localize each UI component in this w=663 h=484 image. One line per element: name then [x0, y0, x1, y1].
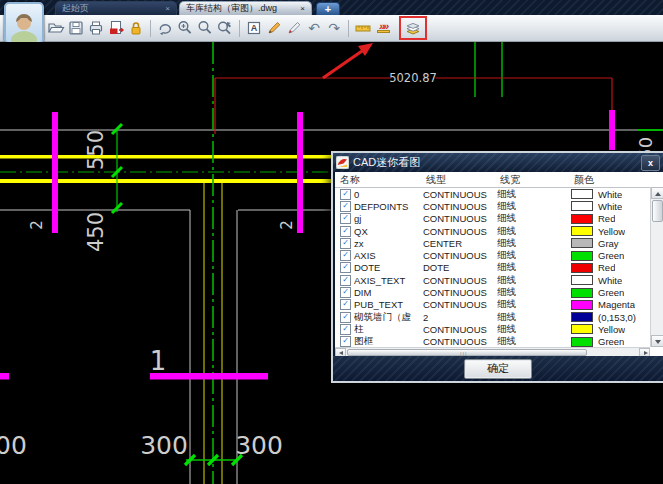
layer-name: gj	[354, 213, 423, 224]
layer-lineweight: 细线	[497, 261, 571, 274]
zoom-extents-icon	[216, 19, 234, 37]
layer-row[interactable]: ✓ AXIS CONTINUOUS 细线 Green	[335, 249, 663, 261]
layer-color-swatch	[571, 214, 593, 224]
layer-visibility-checkbox[interactable]: ✓	[340, 299, 351, 310]
lock-icon	[127, 19, 145, 37]
dialog-titlebar[interactable]: CAD迷你看图 x	[333, 153, 663, 172]
layer-row[interactable]: ✓ QX CONTINUOUS 细线 Yellow	[335, 225, 663, 237]
layer-color-swatch	[571, 189, 593, 199]
highlight-box	[399, 16, 427, 40]
column-header-linetype[interactable]: 线型	[426, 173, 500, 187]
column-header-lineweight[interactable]: 线宽	[500, 173, 574, 187]
layer-visibility-checkbox[interactable]: ✓	[340, 213, 351, 224]
layer-visibility-checkbox[interactable]: ✓	[340, 238, 351, 249]
save-button[interactable]	[66, 17, 86, 39]
layer-row[interactable]: ✓ DIM CONTINUOUS 细线 Green	[335, 286, 663, 298]
toolbar-separator	[348, 20, 349, 37]
layer-color-swatch	[571, 201, 593, 211]
layer-visibility-checkbox[interactable]: ✓	[340, 189, 351, 200]
layer-row[interactable]: ✓ gj CONTINUOUS 细线 Red	[335, 213, 663, 225]
layer-name: AXIS	[354, 250, 423, 261]
layer-visibility-checkbox[interactable]: ✓	[340, 262, 351, 273]
undo-icon: ↶	[308, 21, 320, 35]
undo-button[interactable]: ↶	[304, 17, 324, 39]
rotate-view-button[interactable]	[155, 17, 175, 39]
layers-button[interactable]	[403, 17, 423, 39]
layer-row[interactable]: ✓ DOTE DOTE 细线 Red	[335, 262, 663, 274]
layer-visibility-checkbox[interactable]: ✓	[340, 250, 351, 261]
layer-color-swatch	[571, 337, 593, 347]
layer-linetype: CONTINUOUS	[423, 299, 497, 310]
dim-label-partial: 00	[0, 431, 27, 460]
zoom-in-button[interactable]	[175, 17, 195, 39]
user-avatar[interactable]	[4, 2, 44, 44]
layer-row[interactable]: ✓ zx CENTER 细线 Gray	[335, 237, 663, 249]
measure-button[interactable]	[353, 17, 373, 39]
dim-label-450: 450	[84, 212, 108, 252]
layer-lineweight: 细线	[497, 249, 571, 262]
layer-visibility-checkbox[interactable]: ✓	[340, 275, 351, 286]
vertical-scrollbar[interactable]	[650, 187, 663, 347]
zoom-extents-button[interactable]	[215, 17, 235, 39]
column-header-color[interactable]: 颜色	[574, 173, 663, 187]
layer-visibility-checkbox[interactable]: ✓	[340, 324, 351, 335]
layer-name: 柱	[354, 323, 423, 336]
export-pdf-button[interactable]	[106, 17, 126, 39]
layer-name: DEFPOINTS	[354, 201, 423, 212]
layer-visibility-checkbox[interactable]: ✓	[340, 287, 351, 298]
horizontal-scrollbar[interactable]: |||	[335, 347, 650, 356]
layer-row[interactable]: ✓ 柱 CONTINUOUS 细线 Yellow	[335, 323, 663, 335]
layer-name: DIM	[354, 287, 423, 298]
layer-visibility-checkbox[interactable]: ✓	[340, 226, 351, 237]
layer-color-label: (0,153,0)	[598, 312, 636, 323]
layers-icon	[404, 19, 422, 37]
open-button[interactable]	[46, 17, 66, 39]
layer-linetype: CONTINUOUS	[423, 250, 497, 261]
tab-close-icon[interactable]: ×	[165, 5, 170, 13]
layer-row[interactable]: ✓ 0 CONTINUOUS 细线 White	[335, 188, 663, 200]
layer-lineweight: 细线	[497, 225, 571, 238]
layer-color-swatch	[571, 263, 593, 273]
layer-row[interactable]: ✓ 图框 CONTINUOUS 细线 Green	[335, 336, 663, 348]
layer-row[interactable]: ✓ DEFPOINTS CONTINUOUS 细线 White	[335, 200, 663, 212]
tab-start-page[interactable]: 起始页 ×	[55, 1, 177, 15]
column-header-name[interactable]: 名称	[335, 173, 426, 187]
dialog-close-button[interactable]: x	[641, 155, 660, 171]
layer-linetype: CONTINUOUS	[423, 324, 497, 335]
dim-label-550: 550	[84, 130, 108, 170]
scroll-up-arrow[interactable]	[651, 187, 663, 199]
layer-color-swatch	[571, 275, 593, 285]
layer-lineweight: 细线	[497, 188, 571, 201]
layer-linetype: CONTINUOUS	[423, 189, 497, 200]
ok-button[interactable]: 确定	[464, 359, 532, 379]
printer-icon	[87, 19, 105, 37]
vertical-scroll-thumb[interactable]	[652, 200, 663, 222]
layer-visibility-checkbox[interactable]: ✓	[340, 312, 351, 323]
pencil-button[interactable]	[264, 17, 284, 39]
layer-table-body: ✓ 0 CONTINUOUS 细线 White ✓ DEFPOINTS CONT…	[335, 188, 663, 348]
layer-lineweight: 细线	[497, 237, 571, 250]
marker-button[interactable]	[284, 17, 304, 39]
tab-drawing-file[interactable]: 车库结构（审图）.dwg ×	[179, 1, 312, 15]
layer-visibility-checkbox[interactable]: ✓	[340, 336, 351, 347]
layer-manager-dialog: CAD迷你看图 x 名称 线型 线宽 颜色 ✓ 0 CONTINUOUS 细线 …	[331, 151, 663, 383]
layer-row[interactable]: ✓ AXIS_TEXT CONTINUOUS 细线 White	[335, 274, 663, 286]
layer-linetype: CONTINUOUS	[423, 213, 497, 224]
new-tab-button[interactable]: +	[316, 2, 340, 15]
layer-row[interactable]: ✓ PUB_TEXT CONTINUOUS 细线 Magenta	[335, 299, 663, 311]
zoom-window-button[interactable]	[195, 17, 215, 39]
layer-linetype: CONTINUOUS	[423, 226, 497, 237]
layer-visibility-checkbox[interactable]: ✓	[340, 201, 351, 212]
print-button[interactable]	[86, 17, 106, 39]
redo-button[interactable]: ↷	[324, 17, 344, 39]
scroll-down-arrow[interactable]	[651, 335, 663, 347]
layer-row[interactable]: ✓ 砌筑墙门（虚 2 细线 (0,153,0)	[335, 311, 663, 323]
layer-name: PUB_TEXT	[354, 299, 423, 310]
lock-button[interactable]	[126, 17, 146, 39]
text-annotation-button[interactable]: A	[244, 17, 264, 39]
more-tools-button[interactable]: »»	[373, 17, 393, 39]
layer-color-swatch	[571, 324, 593, 334]
horizontal-scroll-thumb[interactable]: |||	[347, 349, 587, 356]
layer-name: zx	[354, 238, 423, 249]
tab-close-icon[interactable]: ×	[300, 5, 305, 13]
